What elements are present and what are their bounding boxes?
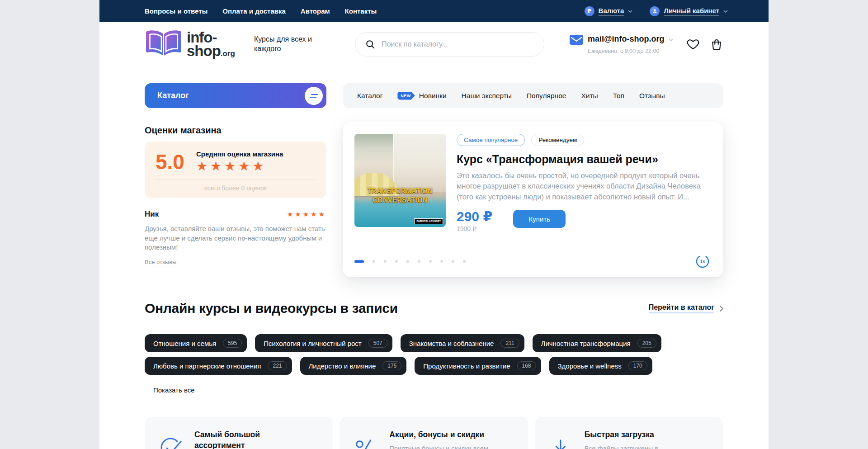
category-count: 170: [628, 361, 647, 370]
category-label: Психология и личностный рост: [264, 340, 362, 347]
category-count: 507: [368, 339, 387, 348]
email-dropdown[interactable]: mail@info-shop.org: [570, 34, 674, 45]
content-row: Каталог Оценки магазина 5.0 Средняя оцен…: [99, 83, 769, 277]
currency-selector[interactable]: ₽ Валюта: [585, 6, 633, 16]
show-all-link[interactable]: Показать все: [153, 386, 195, 394]
features-row: Самый большой ассортимент Акции, бонусы …: [99, 417, 769, 449]
main-navbar: Каталог NEW Новинки Наши эксперты Популя…: [343, 83, 723, 108]
product-title[interactable]: Курс «Трансформация вашей речи»: [457, 153, 710, 166]
carousel-dot[interactable]: [395, 260, 398, 263]
price-row: 290 ₽ 1900 ₽ Купить: [457, 208, 710, 232]
hero-top: TRANSFORMATION CONVERSATION PARENTAL ADV…: [354, 134, 710, 232]
topbar-link-faq[interactable]: Вопросы и ответы: [145, 7, 208, 15]
nav-item-hits[interactable]: Хиты: [581, 92, 598, 100]
nav-item-reviews[interactable]: Отзывы: [639, 92, 665, 100]
topbar-link-authors[interactable]: Авторам: [301, 7, 330, 15]
section-title: Онлайн курсы и видеокурсы в записи: [145, 301, 398, 316]
topbar-link-payment[interactable]: Оплата и доставка: [222, 7, 285, 15]
category-dating[interactable]: Знакомства и соблазнение211: [401, 334, 524, 352]
category-pills: Отношения и семья595 Психология и личнос…: [145, 334, 723, 375]
timer-value: 1s: [695, 254, 710, 269]
review-author: Ник: [145, 210, 159, 219]
divider: [156, 180, 316, 180]
topbar-link-contacts[interactable]: Контакты: [345, 7, 377, 15]
category-label: Здоровье и wellness: [558, 362, 622, 370]
mail-icon: [570, 35, 583, 45]
advisory-label: PARENTAL ADVISORY: [414, 218, 443, 225]
category-label: Личностная трансформация: [541, 340, 631, 347]
carousel-dot[interactable]: [384, 260, 387, 263]
carousel-dot[interactable]: [373, 260, 375, 263]
ruble-circle-icon: ₽: [585, 6, 594, 16]
carousel-dot[interactable]: [406, 260, 409, 263]
nav-item-catalog[interactable]: Каталог: [357, 92, 382, 100]
carousel-dots: [354, 260, 466, 263]
category-productivity[interactable]: Продуктивность и развитие168: [415, 357, 541, 375]
account-menu[interactable]: Личный кабинет: [650, 6, 728, 16]
nav-label: Каталог: [357, 92, 382, 100]
carousel-dot[interactable]: [440, 260, 443, 263]
shopping-bag-icon: [710, 38, 723, 51]
feature-subtitle: Приятные бонусы и скидки всем: [389, 445, 488, 449]
feature-discounts: Акции, бонусы и скидки Приятные бонусы и…: [340, 417, 528, 449]
nav-label: Популярное: [527, 92, 566, 100]
logo[interactable]: info- shop.org: [145, 30, 235, 59]
category-count: 168: [517, 361, 536, 370]
category-count: 221: [268, 361, 287, 370]
chevron-right-icon: [720, 306, 723, 312]
header-icons: [686, 38, 723, 51]
nav-item-experts[interactable]: Наши эксперты: [462, 92, 512, 100]
category-psychology[interactable]: Психология и личностный рост507: [255, 334, 392, 352]
hero-card: TRANSFORMATION CONVERSATION PARENTAL ADV…: [343, 122, 723, 277]
review-head: Ник ★★★★★: [145, 210, 326, 219]
catalog-button-label: Каталог: [157, 91, 189, 100]
main-column: Каталог NEW Новинки Наши эксперты Популя…: [343, 83, 723, 277]
nav-item-top[interactable]: Топ: [613, 92, 624, 100]
favorites-button[interactable]: [686, 38, 700, 51]
review-item: Ник ★★★★★ Друзья, оставляйте ваши отзывы…: [145, 210, 326, 266]
percent-icon: [353, 437, 377, 449]
category-label: Продуктивность и развитие: [423, 362, 510, 370]
category-relationships-family[interactable]: Отношения и семья595: [145, 334, 247, 352]
logo-line2: shop: [187, 43, 221, 59]
carousel-dot[interactable]: [463, 260, 466, 263]
product-description: Это казалось бы очень простой, но очеред…: [457, 170, 710, 202]
feature-title: Самый большой ассортимент: [194, 430, 289, 449]
nav-item-new[interactable]: NEW Новинки: [397, 92, 446, 100]
search-icon: [365, 39, 375, 49]
feature-fast-download: Быстрая загрузка Все файлы загружены в: [535, 417, 723, 449]
category-count: 595: [223, 339, 242, 348]
product-image[interactable]: TRANSFORMATION CONVERSATION PARENTAL ADV…: [354, 134, 446, 227]
carousel-dot[interactable]: [418, 260, 420, 263]
search-input[interactable]: [382, 40, 534, 48]
nav-item-popular[interactable]: Популярное: [527, 92, 566, 100]
cart-button[interactable]: [710, 38, 723, 51]
carousel-dot[interactable]: [354, 260, 364, 263]
courses-head: Онлайн курсы и видеокурсы в записи Перей…: [145, 301, 723, 316]
rating-caption: Средняя оценка магазина: [196, 150, 283, 158]
category-count: 205: [637, 339, 656, 348]
overlay-line2: CONVERSATION: [354, 195, 446, 204]
category-leadership[interactable]: Лидерство и влияние175: [300, 357, 407, 375]
nav-label: Хиты: [581, 92, 598, 100]
header: info- shop.org Курсы для всех и каждого …: [99, 22, 769, 67]
category-love-partnership[interactable]: Любовь и партнерские отношения221: [145, 357, 292, 375]
currency-label: Валюта: [599, 7, 624, 16]
badge-most-popular: Самое популярное: [457, 134, 525, 146]
catalog-button[interactable]: Каталог: [145, 83, 326, 108]
carousel-dot[interactable]: [429, 260, 432, 263]
review-stars-icon: ★★★★★: [287, 210, 326, 218]
buy-button[interactable]: Купить: [513, 210, 566, 228]
filter-icon: [305, 87, 323, 105]
category-transformation[interactable]: Личностная трансформация205: [533, 334, 661, 352]
category-health-wellness[interactable]: Здоровье и wellness170: [549, 357, 652, 375]
go-to-catalog-link[interactable]: Перейти в каталог: [649, 303, 723, 313]
account-label: Личный кабинет: [664, 7, 719, 16]
nav-label: Отзывы: [639, 92, 665, 100]
carousel-dot[interactable]: [452, 260, 454, 263]
all-reviews-link[interactable]: Все отзывы: [145, 259, 176, 266]
category-label: Лидерство и влияние: [309, 362, 376, 370]
heart-icon: [686, 38, 700, 51]
category-label: Отношения и семья: [153, 340, 216, 347]
image-building-shape: [393, 134, 446, 192]
